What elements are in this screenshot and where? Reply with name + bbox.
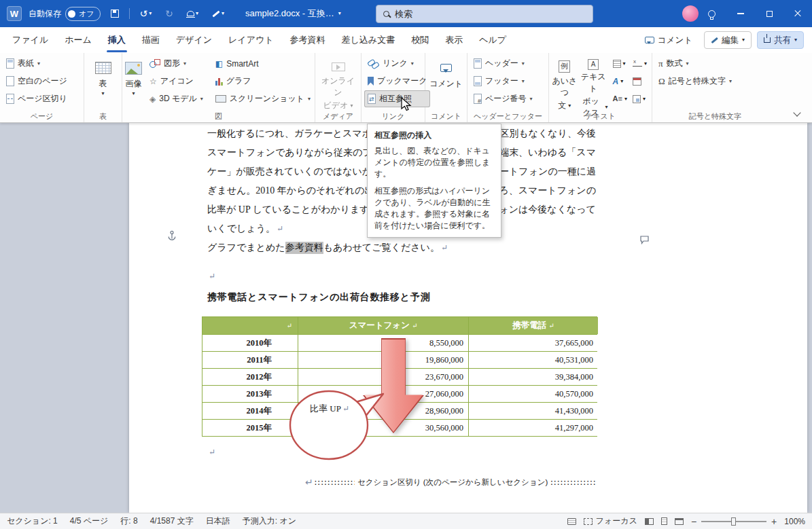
document-title[interactable]: sample2.docx - 互換… ▾ [245, 7, 341, 20]
signature-line-button[interactable]: ▾ [631, 55, 649, 72]
status-wordcount[interactable]: 4/1587 文字 [150, 515, 194, 527]
comments-button[interactable]: コメント [639, 31, 699, 49]
cross-reference-button[interactable]: 相互参照 [364, 90, 430, 107]
ribbon-group-text: 例 あいさつ 文▾ A テキスト ボックス▾ ▾ A▾ A≡▾ ▾ ▾ テキスト [549, 53, 652, 122]
tab-mailings[interactable]: 差し込み文書 [334, 27, 404, 53]
empty-paragraph[interactable]: ↵ [207, 443, 215, 462]
focus-mode-button[interactable]: フォーカス [584, 515, 637, 527]
year-cell[interactable]: 2012年 [202, 369, 298, 385]
chart-button[interactable]: グラフ [212, 73, 314, 90]
tab-insert[interactable]: 挿入 [100, 27, 134, 53]
zoom-slider[interactable] [701, 521, 766, 522]
equation-button[interactable]: π数式▾ [655, 55, 735, 72]
tab-review[interactable]: 校閲 [403, 27, 437, 53]
word-logo-icon[interactable]: W [7, 6, 22, 21]
search-bar[interactable] [376, 5, 593, 23]
online-video-button[interactable]: オンライン ビデオ▾ [318, 55, 358, 111]
editing-mode-button[interactable]: 編集 ▾ [704, 31, 752, 49]
zoom-percentage[interactable]: 100% [784, 517, 805, 526]
icons-button[interactable]: ☆アイコン [146, 73, 207, 90]
tab-file[interactable]: ファイル [4, 27, 56, 53]
section-break[interactable]: ↵ :::::::::::::::: セクション区切り (次のページから新しいセ… [304, 477, 596, 488]
proofing-icon[interactable] [567, 518, 576, 525]
header-cell-mobile[interactable]: 携帯電話↵ [468, 317, 598, 334]
cover-page-button[interactable]: 表紙▾ [3, 55, 71, 72]
shapes-button[interactable]: 図形▾ [146, 55, 207, 72]
tab-help[interactable]: ヘルプ [471, 27, 514, 53]
year-cell[interactable]: 2013年 [202, 386, 298, 402]
status-page[interactable]: 4/5 ページ [70, 515, 109, 527]
tab-home[interactable]: ホーム [56, 27, 100, 53]
new-comment-button[interactable]: コメント [429, 55, 463, 111]
text-line[interactable]: グラフでまとめた参考資料もあわせてご覧ください。↵ [207, 238, 448, 257]
year-cell[interactable]: 2010年 [202, 335, 298, 351]
year-cell[interactable]: 2011年 [202, 352, 298, 368]
pen-button[interactable]: ▾ [209, 4, 228, 23]
read-mode-icon[interactable] [645, 518, 654, 525]
bookmark-button[interactable]: ブックマーク [364, 73, 430, 90]
status-prediction[interactable]: 予測入力: オン [243, 515, 296, 527]
avatar[interactable] [682, 5, 699, 22]
text-box-button[interactable]: A テキスト ボックス▾ [579, 55, 608, 111]
share-button[interactable]: 共有 ▾ [757, 31, 804, 49]
tab-design[interactable]: デザイン [168, 27, 220, 53]
page-break-button[interactable]: ページ区切り [3, 90, 71, 107]
zoom-out-button[interactable]: − [691, 517, 696, 526]
tab-draw[interactable]: 描画 [134, 27, 168, 53]
zoom-slider-thumb[interactable] [731, 517, 736, 526]
tab-view[interactable]: 表示 [437, 27, 471, 53]
paragraph-mark: ↵ [209, 272, 215, 282]
mobile-cell[interactable]: 37,665,000 [468, 335, 598, 351]
save-button[interactable] [107, 4, 122, 23]
status-language[interactable]: 日本語 [206, 515, 230, 527]
greeting-button[interactable]: 例 あいさつ 文▾ [552, 55, 578, 111]
autosave-toggle[interactable]: 自動保存 オフ [29, 7, 101, 21]
mobile-cell[interactable]: 39,384,000 [468, 369, 598, 385]
header-cell-smartphone[interactable]: スマートフォン↵ [298, 317, 468, 334]
year-cell[interactable]: 2014年 [202, 403, 298, 419]
object-button[interactable]: ▾ [631, 90, 649, 107]
table-button[interactable]: 表 ▾ [95, 55, 111, 111]
mobile-cell[interactable]: 40,531,000 [468, 352, 598, 368]
search-input[interactable] [395, 9, 586, 19]
footer-button[interactable]: フッター▾ [470, 73, 536, 90]
stamp-button[interactable]: ▾ [183, 4, 202, 23]
empty-paragraph[interactable]: ↵ [207, 267, 215, 286]
mobile-cell[interactable]: 40,570,000 [468, 386, 598, 402]
blank-page-button[interactable]: 空白のページ [3, 73, 71, 90]
year-cell[interactable]: 2015年 [202, 420, 298, 436]
maximize-button[interactable] [755, 0, 783, 27]
pictures-button[interactable]: 画像 ▾ [125, 55, 142, 111]
page-number-button[interactable]: ページ番号▾ [470, 90, 536, 107]
print-layout-icon[interactable] [661, 517, 667, 525]
mobile-cell[interactable]: 41,297,000 [468, 420, 598, 436]
quick-parts-button[interactable]: ▾ [611, 55, 629, 72]
header-cell-empty[interactable]: ↵ [202, 317, 298, 334]
smartart-button[interactable]: ◧SmartArt [212, 55, 314, 72]
status-section[interactable]: セクション: 1 [7, 515, 58, 527]
status-line[interactable]: 行: 8 [120, 515, 137, 527]
autosave-switch[interactable]: オフ [65, 7, 101, 21]
lightbulb-icon[interactable] [708, 10, 716, 18]
drop-cap-button[interactable]: A≡▾ [611, 90, 629, 107]
redo-button[interactable]: ↻ [162, 4, 177, 23]
text-line[interactable]: いくでしょう。↵ [207, 219, 283, 238]
mobile-cell[interactable]: 41,430,000 [468, 403, 598, 419]
symbol-button[interactable]: Ω記号と特殊文字▾ [655, 73, 735, 90]
collapse-ribbon-icon[interactable] [793, 109, 800, 116]
link-button[interactable]: リンク▾ [364, 55, 430, 72]
speech-bubble-shape[interactable] [288, 386, 390, 460]
screenshot-button[interactable]: スクリーンショット▾ [212, 90, 314, 107]
minimize-button[interactable] [726, 0, 755, 27]
table-heading[interactable]: 携帯電話とスマートフォンの出荷台数推移と予測 [207, 291, 431, 304]
date-time-button[interactable] [631, 73, 649, 90]
tab-references[interactable]: 参考資料 [282, 27, 334, 53]
undo-button[interactable]: ↺▾ [137, 4, 156, 23]
zoom-in-button[interactable]: + [771, 517, 777, 526]
wordart-button[interactable]: A▾ [611, 73, 629, 90]
header-button[interactable]: ヘッダー▾ [470, 55, 536, 72]
3d-models-button[interactable]: ◈3D モデル▾ [146, 90, 207, 107]
web-layout-icon[interactable] [675, 518, 684, 525]
tab-layout[interactable]: レイアウト [220, 27, 282, 53]
close-button[interactable] [783, 0, 812, 27]
